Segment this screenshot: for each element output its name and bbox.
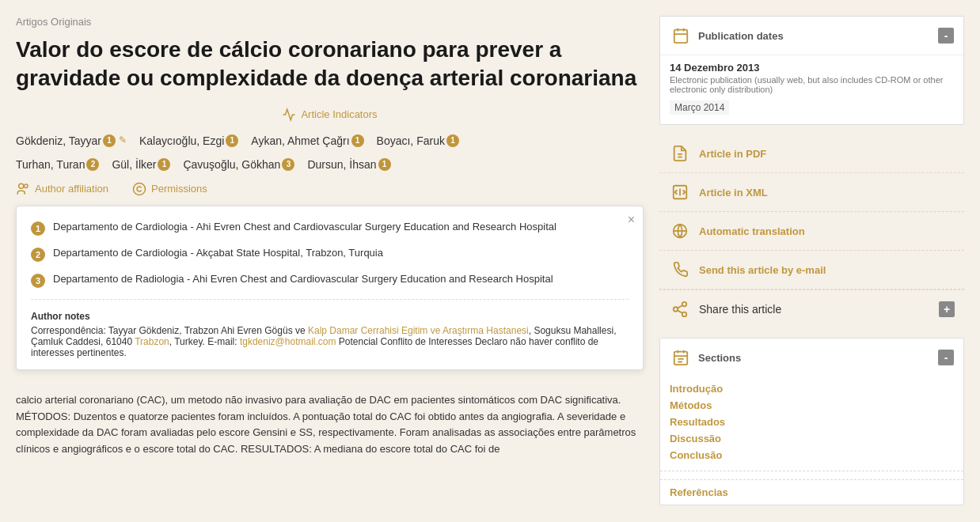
kalp-link[interactable]: Kalp Damar Cerrahisi Egitim ve Araştırma… [308, 325, 529, 336]
sections-title: Sections [670, 346, 741, 369]
author-affiliation-link[interactable]: Author affiliation [16, 182, 108, 196]
author-3[interactable]: Aykan, Ahmet Çağrı 1 [251, 134, 363, 147]
author-notes-label: Author notes [31, 311, 629, 322]
author-notes: Author notes Correspondência: Tayyar Gök… [31, 299, 629, 358]
author-7-name: Çavuşoğlu, Gökhan [183, 158, 280, 171]
section-metodos[interactable]: Métodos [670, 399, 954, 411]
affiliation-icon [16, 182, 30, 196]
references-link[interactable]: Referências [660, 479, 963, 505]
pub-date-note: Electronic publication (usually web, but… [670, 75, 954, 94]
sections-label: Sections [698, 352, 741, 364]
publication-dates-body: 14 Dezembro 2013 Electronic publication … [660, 55, 963, 124]
author-7[interactable]: Çavuşoğlu, Gökhan 3 [183, 158, 294, 171]
author-4-name: Boyacı, Faruk [377, 134, 445, 147]
author-5[interactable]: Turhan, Turan 2 [16, 158, 99, 171]
publication-dates-label: Publication dates [698, 30, 784, 42]
publication-dates-header: Publication dates - [660, 17, 963, 55]
article-pdf-link[interactable]: Article in PDF [659, 134, 964, 173]
author-8-badge-1: 1 [378, 158, 391, 171]
affiliation-badge-2: 2 [31, 248, 45, 262]
author-notes-body: Correspondência: Tayyar Gökdeniz, Trabzo… [31, 325, 616, 358]
authors-list: Gökdeniz, Tayyar 1 ✎ Kalaycıoğlu, Ezgi 1… [16, 134, 644, 147]
permissions-label: Permissions [151, 183, 207, 195]
svg-point-14 [682, 312, 687, 317]
svg-rect-3 [674, 30, 688, 43]
publication-dates-toggle[interactable]: - [938, 28, 954, 44]
popup-close-button[interactable]: × [628, 213, 635, 227]
author-2-badge-1: 1 [226, 134, 238, 147]
author-3-name: Aykan, Ahmet Çağrı [251, 134, 349, 147]
main-content: Artigos Originais Valor do escore de cál… [16, 16, 644, 515]
svg-rect-17 [674, 352, 688, 365]
share-left: Share this article [669, 298, 781, 320]
author-2-name: Kalaycıoğlu, Ezgi [139, 134, 224, 147]
author-5-name: Turhan, Turan [16, 158, 85, 171]
article-xml-link[interactable]: Article in XML [659, 173, 964, 212]
article-category: Artigos Originais [16, 16, 644, 28]
email-link[interactable]: tgkdeniz@hotmail.com [240, 336, 336, 347]
author-1[interactable]: Gökdeniz, Tayyar 1 ✎ [16, 134, 127, 147]
section-introducao[interactable]: Introdução [670, 383, 954, 395]
author-8-name: Dursun, İhsan [307, 158, 376, 171]
author-5-badge-1: 2 [86, 158, 99, 171]
author-8[interactable]: Dursun, İhsan 1 [307, 158, 390, 171]
share-article-row: Share this article + [659, 289, 964, 328]
author-1-badge-1: 1 [103, 134, 116, 147]
pdf-icon [669, 142, 691, 165]
xml-label: Article in XML [699, 187, 768, 199]
pub-date-primary: 14 Dezembro 2013 [670, 62, 954, 74]
section-conclusao[interactable]: Conclusão [670, 449, 954, 461]
sections-toggle[interactable]: - [938, 350, 954, 365]
svg-point-2 [134, 183, 146, 195]
author-6[interactable]: Gül, İlker 1 [112, 158, 170, 171]
translate-icon [669, 220, 691, 242]
affiliation-item-1: 1 Departamento de Cardiologia - Ahi Evre… [31, 221, 629, 236]
pdf-label: Article in PDF [699, 148, 766, 160]
abstract-text: calcio arterial coronariano (CAC), um me… [16, 383, 644, 458]
references-divider: Referências [660, 471, 963, 505]
svg-point-12 [682, 302, 687, 307]
svg-line-16 [678, 305, 682, 308]
translate-label: Automatic translation [699, 225, 805, 237]
article-indicators-link[interactable]: Article Indicators [282, 108, 377, 122]
share-label: Share this article [699, 303, 781, 316]
section-resultados[interactable]: Resultados [670, 416, 954, 428]
author-3-badge-1: 1 [351, 134, 364, 147]
affiliation-text-1: Departamento de Cardiologia - Ahi Evren … [53, 221, 556, 236]
publication-dates-section: Publication dates - 14 Dezembro 2013 Ele… [659, 16, 964, 125]
trabzon-link[interactable]: Trabzon [135, 336, 169, 347]
sections-section: Sections - Introdução Métodos Resultados… [659, 338, 964, 505]
affiliation-text-3: Departamento de Radiologia - Ahi Evren C… [53, 273, 553, 288]
author-4[interactable]: Boyacı, Faruk 1 [377, 134, 459, 147]
author-6-name: Gül, İlker [112, 158, 156, 171]
author-1-edit[interactable]: ✎ [119, 134, 127, 146]
xml-icon [669, 181, 691, 203]
author-2[interactable]: Kalaycıoğlu, Ezgi 1 [139, 134, 238, 147]
sections-body: Introdução Métodos Resultados Discussão … [660, 376, 963, 471]
author-1-name: Gökdeniz, Tayyar [16, 134, 101, 147]
permissions-link[interactable]: Permissions [132, 182, 207, 196]
affiliation-badge-1: 1 [31, 221, 45, 236]
affiliation-label: Author affiliation [35, 183, 108, 195]
share-article-toggle[interactable]: + [939, 301, 955, 317]
affiliation-popup: × 1 Departamento de Cardiologia - Ahi Ev… [16, 206, 644, 370]
email-label: Send this article by e-mail [699, 264, 826, 276]
affiliation-badge-3: 3 [31, 274, 45, 288]
copyright-icon [132, 182, 146, 196]
sidebar: Publication dates - 14 Dezembro 2013 Ele… [659, 16, 964, 515]
author-notes-text-3: , Turkey. E-mail: [169, 336, 240, 347]
calendar-icon [670, 25, 692, 47]
author-6-badge-1: 1 [158, 158, 170, 171]
author-notes-text: Correspondência: Tayyar Gökdeniz, Trabzo… [31, 325, 308, 336]
section-discussao[interactable]: Discussão [670, 433, 954, 444]
svg-point-13 [674, 307, 678, 312]
pub-date-secondary: Março 2014 [670, 100, 729, 115]
email-icon [669, 259, 691, 281]
send-email-link[interactable]: Send this article by e-mail [659, 251, 964, 289]
author-actions: Author affiliation Permissions [16, 182, 644, 196]
publication-dates-title: Publication dates [670, 25, 784, 47]
article-title: Valor do escore de cálcio coronariano pa… [16, 36, 644, 93]
sections-header: Sections - [660, 339, 963, 376]
automatic-translation-link[interactable]: Automatic translation [659, 212, 964, 251]
affiliation-text-2: Departamento de Cardiologia - Akçabat St… [53, 247, 383, 262]
